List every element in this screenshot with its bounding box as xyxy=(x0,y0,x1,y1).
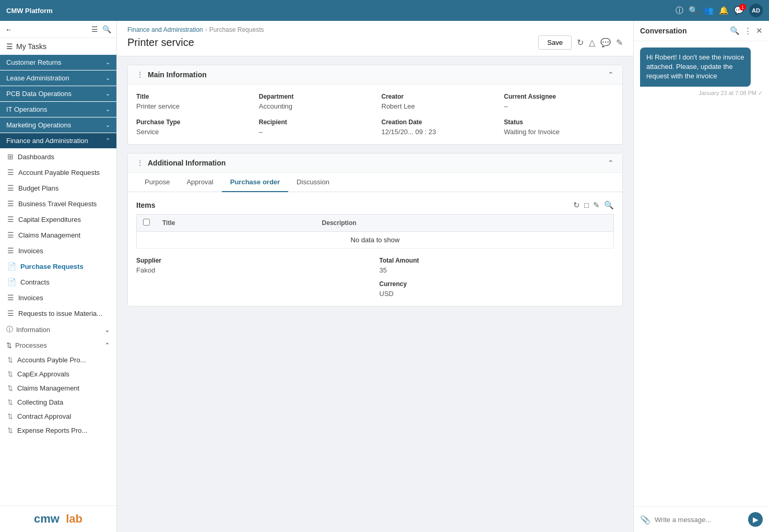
page-header: Finance and Administration › Purchase Re… xyxy=(117,21,633,56)
warning-icon[interactable]: △ xyxy=(589,38,595,48)
sidebar-item-business-travel[interactable]: ☰ Business Travel Requests xyxy=(0,196,116,211)
col-description: Description xyxy=(316,215,614,232)
search-table-icon[interactable]: 🔍 xyxy=(604,200,614,210)
col-title: Title xyxy=(156,215,316,232)
my-tasks[interactable]: ☰ My Tasks xyxy=(0,38,116,55)
message-input[interactable] xyxy=(655,516,744,524)
help-icon[interactable]: ⓘ xyxy=(676,6,683,16)
collapse-additional-btn[interactable]: ⌃ xyxy=(608,159,614,167)
breadcrumb-current: Purchase Requests xyxy=(209,26,264,33)
expand-icon[interactable]: □ xyxy=(584,200,589,210)
sidebar-item-budget-plans[interactable]: ☰ Budget Plans xyxy=(0,180,116,196)
sidebar-item-claims[interactable]: ☰ Claims Management xyxy=(0,227,116,243)
field-status: Status Waiting for Invoice xyxy=(504,119,614,136)
send-button[interactable]: ▶ xyxy=(748,512,763,527)
avatar[interactable]: AD xyxy=(749,4,763,17)
table-row: No data to show xyxy=(137,232,614,249)
sidebar-item-marketing-ops[interactable]: Marketing Operations ⌄ xyxy=(0,117,116,133)
list-icon: ☰ xyxy=(7,184,14,192)
sidebar-item-lease-admin[interactable]: Lease Administration ⌄ xyxy=(0,70,116,86)
sidebar-list-icon[interactable]: ☰ xyxy=(91,25,98,33)
chevron-down-icon: ⌄ xyxy=(105,122,110,128)
field-assignee-value: – xyxy=(504,102,614,110)
page-title: Printer service xyxy=(127,37,194,49)
sidebar-search-icon[interactable]: 🔍 xyxy=(102,25,111,33)
sidebar-item-pcb-data[interactable]: PCB Data Operations ⌄ xyxy=(0,86,116,101)
tab-content-area: Items ↻ □ ✎ 🔍 xyxy=(128,192,622,306)
bell-icon[interactable]: 🔔 xyxy=(719,6,729,15)
select-all-checkbox[interactable] xyxy=(143,219,150,226)
field-recipient: Recipient – xyxy=(259,119,369,136)
process-capex[interactable]: ⇅ CapEx Approvals xyxy=(0,367,116,381)
attach-icon[interactable]: 📎 xyxy=(640,515,650,525)
information-label: Information xyxy=(16,326,50,334)
purchase-requests-label: Purchase Requests xyxy=(20,263,84,270)
list-icon: ☰ xyxy=(7,246,14,255)
messages-icon[interactable]: 💬 1 xyxy=(734,6,744,15)
sidebar-collapse-icon[interactable]: ← xyxy=(5,26,12,33)
doc-icon: 📄 xyxy=(7,262,16,270)
process-accounts-payble[interactable]: ⇅ Accounts Payble Pro... xyxy=(0,353,116,367)
sidebar-item-invoices1[interactable]: ☰ Invoices xyxy=(0,243,116,258)
tab-po-label: Purchase order xyxy=(230,178,280,186)
sidebar-item-dashboards[interactable]: ⊞ Dashboards xyxy=(0,149,116,164)
collapse-main-btn[interactable]: ⌃ xyxy=(608,70,614,79)
message-bubble: Hi Robert! I don't see the invoice attac… xyxy=(640,48,751,87)
sidebar-item-it-ops[interactable]: IT Operations ⌄ xyxy=(0,102,116,117)
tasks-icon: ☰ xyxy=(6,42,13,51)
sidebar-item-finance-admin[interactable]: Finance and Administration ⌃ xyxy=(0,133,116,148)
refresh-table-icon[interactable]: ↻ xyxy=(573,200,580,210)
sidebar-logo: cmw lab xyxy=(0,505,116,532)
sidebar-item-contracts[interactable]: 📄 Contracts xyxy=(0,274,116,290)
field-ptype-label: Purchase Type xyxy=(136,119,246,126)
edit-table-icon[interactable]: ✎ xyxy=(593,200,600,210)
information-section[interactable]: ⓘ Information ⌄ xyxy=(0,321,116,338)
refresh-icon[interactable]: ↻ xyxy=(577,38,584,48)
processes-icon: ⇅ xyxy=(6,341,12,349)
field-assignee: Current Assignee – xyxy=(504,93,614,110)
edit-icon[interactable]: ✎ xyxy=(616,38,623,48)
process-contract-approval[interactable]: ⇅ Contract Approval xyxy=(0,409,116,423)
sidebar-item-account-payable[interactable]: ☰ Account Payable Requests xyxy=(0,164,116,180)
users-icon[interactable]: 👥 xyxy=(704,6,714,15)
breadcrumb-parent[interactable]: Finance and Administration xyxy=(127,26,203,33)
tab-discussion[interactable]: Discussion xyxy=(288,173,338,192)
processes-label: Processes xyxy=(15,341,47,349)
breadcrumb-sep: › xyxy=(205,26,207,33)
tab-purpose[interactable]: Purpose xyxy=(136,173,178,192)
comment-icon[interactable]: 💬 xyxy=(600,38,611,48)
panel-close-icon[interactable]: ✕ xyxy=(756,26,763,36)
tab-approval[interactable]: Approval xyxy=(178,173,221,192)
main-info-header: ⋮ Main Information ⌃ xyxy=(128,65,622,85)
sidebar-item-invoices2[interactable]: ☰ Invoices xyxy=(0,290,116,305)
currency-label: Currency xyxy=(380,280,614,288)
sidebar-item-capital-exp[interactable]: ☰ Capital Expenditures xyxy=(0,211,116,227)
sidebar-item-requests-material[interactable]: ☰ Requests to issue Materia... xyxy=(0,305,116,321)
process-claims[interactable]: ⇅ Claims Management xyxy=(0,381,116,395)
sidebar-item-customer-returns[interactable]: Customer Returns ⌄ xyxy=(0,55,116,70)
field-date-value: 12/15/20... 09 : 23 xyxy=(382,128,492,136)
panel-search-icon[interactable]: 🔍 xyxy=(730,26,740,36)
process-label: Collecting Data xyxy=(17,398,63,406)
requests-material-label: Requests to issue Materia... xyxy=(18,310,102,317)
finance-admin-label: Finance and Administration xyxy=(6,137,88,145)
items-header: Items ↻ □ ✎ 🔍 xyxy=(136,200,614,210)
panel-header: Conversation 🔍 ⋮ ✕ xyxy=(634,21,769,41)
field-title-label: Title xyxy=(136,93,246,100)
sidebar-item-purchase-requests[interactable]: 📄 Purchase Requests xyxy=(0,258,116,274)
tab-purchase-order[interactable]: Purchase order xyxy=(222,173,288,192)
total-amount-label: Total Amount xyxy=(380,257,614,264)
process-expense-reports[interactable]: ⇅ Expense Reports Pro... xyxy=(0,423,116,438)
field-dept-label: Department xyxy=(259,93,369,100)
process-label: CapEx Approvals xyxy=(17,370,69,378)
processes-section[interactable]: ⇅ Processes ⌃ xyxy=(0,338,116,353)
panel-more-icon[interactable]: ⋮ xyxy=(744,26,752,36)
search-icon[interactable]: 🔍 xyxy=(689,6,699,15)
supplier-field: Supplier Fakod xyxy=(136,257,371,298)
supplier-value: Fakod xyxy=(136,266,371,274)
contracts-label: Contracts xyxy=(20,278,50,286)
process-collecting-data[interactable]: ⇅ Collecting Data xyxy=(0,395,116,409)
field-dept-value: Accounting xyxy=(259,102,369,110)
field-creator: Creator Robert Lee xyxy=(382,93,492,110)
save-button[interactable]: Save xyxy=(538,36,572,50)
